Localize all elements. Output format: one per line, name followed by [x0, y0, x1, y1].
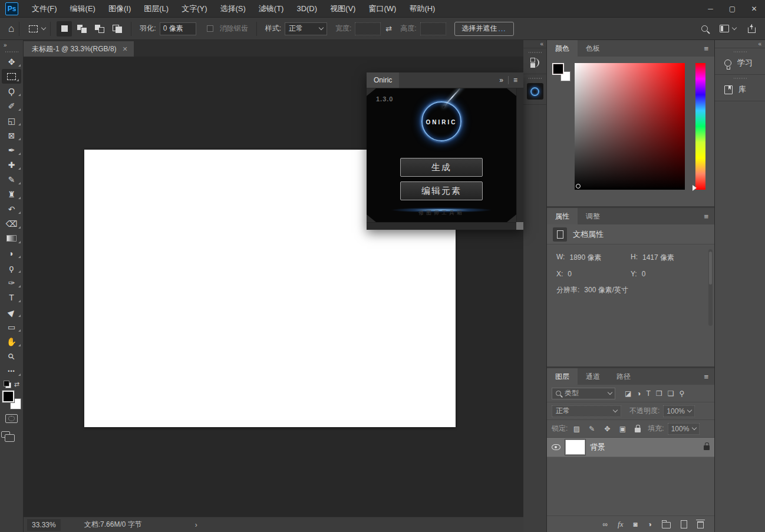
edit-elements-button[interactable]: 编辑元素: [400, 181, 483, 200]
height-prop-value[interactable]: 1417 像素: [642, 253, 674, 263]
properties-panel-menu-icon[interactable]: ≡: [698, 208, 714, 224]
tab-paths[interactable]: 路径: [608, 368, 639, 385]
link-layers-button[interactable]: ∞: [603, 520, 608, 528]
gradient-tool[interactable]: [0, 231, 23, 246]
eyedropper-tool[interactable]: ✒: [0, 143, 23, 157]
width-prop-value[interactable]: 1890 像素: [569, 253, 601, 263]
menu-help[interactable]: 帮助(H): [403, 0, 441, 17]
saturation-brightness-field[interactable]: [575, 63, 685, 190]
delete-layer-button[interactable]: [697, 521, 704, 528]
quick-mask-button[interactable]: [5, 414, 18, 423]
menu-filter[interactable]: 滤镜(T): [252, 0, 291, 17]
opacity-field[interactable]: 100%: [663, 405, 695, 417]
filter-adjustment-icon[interactable]: ◑: [637, 389, 641, 398]
menu-type[interactable]: 文字(Y): [175, 0, 213, 17]
screen-mode-button[interactable]: [1, 431, 10, 438]
lock-move-button[interactable]: ✥: [602, 424, 612, 434]
pen-tool[interactable]: ✑: [0, 275, 23, 290]
tab-adjustments[interactable]: 调整: [578, 208, 608, 224]
search-icon[interactable]: [701, 25, 708, 32]
swap-dimensions-icon[interactable]: ⇄: [385, 24, 392, 33]
oniric-tab[interactable]: Oniric: [367, 72, 399, 88]
blur-tool[interactable]: ◗: [0, 246, 23, 260]
lock-artboard-button[interactable]: ▣: [617, 424, 628, 434]
select-and-mask-button[interactable]: 选择并遮住 ...: [454, 22, 514, 36]
oniric-scrollbar[interactable]: [516, 88, 523, 222]
quick-selection-tool[interactable]: ✐: [0, 98, 23, 113]
menu-view[interactable]: 视图(V): [324, 0, 362, 17]
antialias-checkbox[interactable]: [207, 25, 213, 32]
height-input[interactable]: [420, 22, 446, 35]
frame-tool[interactable]: ⊠: [0, 128, 23, 143]
lasso-tool[interactable]: Ϙ: [0, 84, 23, 98]
filter-image-icon[interactable]: ◪: [625, 389, 631, 398]
menu-select[interactable]: 选择(S): [213, 0, 252, 17]
hue-slider[interactable]: [695, 63, 705, 190]
toolbar-grip[interactable]: [0, 49, 23, 54]
y-prop-value[interactable]: 0: [642, 270, 646, 278]
share-icon[interactable]: [748, 27, 756, 33]
hue-slider-handle[interactable]: [693, 185, 700, 191]
new-group-button[interactable]: [662, 522, 671, 528]
default-colors-icon[interactable]: [4, 381, 11, 388]
crop-tool[interactable]: ◱: [0, 113, 23, 128]
layer-thumbnail[interactable]: [565, 440, 585, 455]
intersect-selection-button[interactable]: [110, 21, 125, 37]
history-brush-tool[interactable]: ↶: [0, 201, 23, 216]
generate-button[interactable]: 生成: [400, 158, 483, 177]
menu-window[interactable]: 窗口(W): [362, 0, 403, 17]
x-prop-value[interactable]: 0: [568, 270, 572, 278]
minimize-button[interactable]: ─: [700, 0, 721, 18]
filter-type-icon[interactable]: T: [647, 389, 651, 398]
color-panel-menu-icon[interactable]: ≡: [698, 40, 714, 57]
type-tool[interactable]: T: [0, 290, 23, 305]
path-selection-tool[interactable]: ▶: [0, 305, 23, 319]
history-panel-icon[interactable]: [529, 57, 541, 69]
maximize-button[interactable]: ▢: [721, 0, 743, 18]
properties-scrollbar[interactable]: [708, 249, 713, 326]
eraser-tool[interactable]: ⌫: [0, 216, 23, 231]
layer-filter-select[interactable]: 类型: [552, 388, 615, 399]
menu-edit[interactable]: 编辑(E): [64, 0, 102, 17]
blend-mode-select[interactable]: 正常: [552, 405, 621, 417]
new-selection-button[interactable]: [57, 21, 72, 37]
layer-visibility-eye-icon[interactable]: [552, 444, 560, 450]
clone-stamp-tool[interactable]: ♜: [0, 187, 23, 201]
hand-tool[interactable]: ✋: [0, 334, 23, 349]
close-button[interactable]: ✕: [743, 0, 765, 18]
filter-shape-icon[interactable]: ❒: [656, 389, 662, 398]
foreground-color-swatch-small[interactable]: [553, 64, 563, 74]
tab-close-icon[interactable]: ✕: [123, 45, 128, 53]
color-picker-marker[interactable]: [576, 184, 581, 189]
filter-smart-object-icon[interactable]: ❏: [668, 389, 674, 398]
layer-filter-toggle[interactable]: ⚲: [679, 389, 684, 398]
foreground-color-swatch[interactable]: [2, 391, 14, 402]
collapse-rail-icon[interactable]: «: [715, 40, 765, 48]
zoom-tool[interactable]: ⚲: [0, 349, 23, 364]
tab-properties[interactable]: 属性: [547, 208, 578, 224]
layer-row-background[interactable]: 背景: [547, 438, 714, 457]
oniric-panel-menu-icon[interactable]: ≡: [513, 76, 517, 84]
new-adjustment-layer-button[interactable]: ◑: [648, 520, 652, 528]
add-to-selection-button[interactable]: [74, 21, 90, 37]
oniric-plugin-icon[interactable]: [527, 83, 543, 100]
rail-item-learn[interactable]: 学习: [715, 48, 765, 75]
oniric-panel-header[interactable]: Oniric » ≡: [367, 72, 523, 88]
lock-transparency-button[interactable]: ▨: [571, 424, 582, 434]
zoom-level-field[interactable]: 33.33%: [27, 519, 61, 531]
menu-3d[interactable]: 3D(D): [290, 0, 324, 17]
swap-colors-icon[interactable]: ⇄: [14, 381, 19, 388]
menu-layer[interactable]: 图层(L): [137, 0, 175, 17]
tab-swatches[interactable]: 色板: [578, 40, 608, 57]
new-layer-button[interactable]: [681, 520, 687, 528]
layers-panel-menu-icon[interactable]: ≡: [698, 368, 714, 385]
brush-tool[interactable]: ✎: [0, 172, 23, 187]
tab-layers[interactable]: 图层: [547, 368, 578, 385]
rail-item-libraries[interactable]: 库: [715, 75, 765, 101]
tool-preset-chevron-icon[interactable]: [41, 25, 46, 30]
document-tab[interactable]: 未标题-1 @ 33.3%(RGB/8) ✕: [24, 41, 134, 57]
dodge-tool[interactable]: ϙ: [0, 260, 23, 275]
style-select[interactable]: 正常: [285, 22, 327, 35]
tool-preset-button[interactable]: [25, 21, 41, 37]
fill-field[interactable]: 100%: [668, 423, 700, 435]
